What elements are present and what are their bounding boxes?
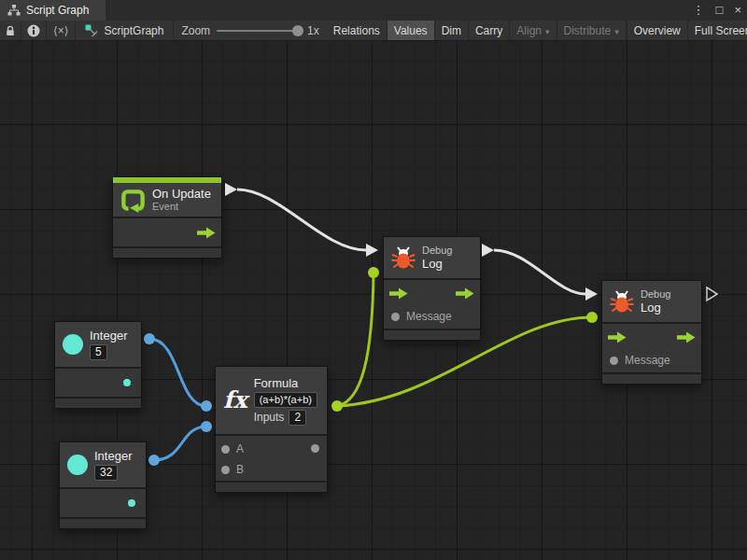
toolbar-button-fullscreen[interactable]: Full Screen [688,21,747,40]
node-debug-log-2[interactable]: Debug Log Message [601,280,702,385]
close-icon[interactable]: × [734,0,741,21]
tab-title: Script Graph [26,4,89,17]
node-title: Formula [254,376,317,390]
button-label: Distribute [564,24,612,37]
bug-icon [610,290,634,313]
kebab-menu-icon[interactable]: ⋮ [693,0,705,21]
inputs-value-field[interactable]: 2 [289,410,306,426]
port-label: Message [406,310,452,323]
node-footer [384,330,480,340]
loop-icon [120,188,146,213]
button-label: Align [516,24,542,37]
bug-icon [391,246,416,269]
lock-icon [6,24,15,37]
flow-input-port[interactable] [608,331,627,343]
wire-endpoint [201,421,212,432]
toolbar-button-align[interactable]: Align ▾ [510,21,557,40]
graph-toolbar: ⟨×⟩ ScriptGraph Zoom 1x Relations Values… [0,21,747,41]
lock-button[interactable] [0,21,21,40]
tab-script-graph[interactable]: Script Graph [0,0,106,21]
node-footer [216,483,327,492]
chevron-down-icon: ▾ [545,27,550,36]
zoom-slider-handle[interactable] [292,25,303,36]
node-title: On Update [152,187,211,201]
info-icon [27,24,40,37]
formula-expression-field[interactable]: (a+b)*(a+b) [254,392,317,408]
script-graph-icon [85,24,98,37]
graph-tab-icon [7,5,21,16]
integer-icon [63,334,83,355]
port-label: B [236,463,244,476]
zoom-control: Zoom 1x [174,21,326,40]
wire-endpoint [586,312,598,323]
breadcrumb[interactable]: ScriptGraph [76,21,174,40]
wire-endpoint [148,455,160,466]
value-output-port[interactable] [128,499,135,507]
toolbar-button-dim[interactable]: Dim [435,21,469,40]
value-input-port-b[interactable] [221,466,230,474]
code-view-button[interactable]: ⟨×⟩ [47,21,76,40]
button-label: Values [394,24,428,37]
info-button[interactable] [21,21,47,40]
integer-icon [67,455,88,475]
fx-icon: fx [223,388,247,413]
toolbar-button-carry[interactable]: Carry [469,21,510,40]
flow-output-port[interactable] [677,331,696,343]
node-subtitle: Event [152,201,211,213]
node-footer [602,374,701,384]
breadcrumb-label: ScriptGraph [104,24,163,37]
node-category: Debug [422,245,452,257]
node-formula[interactable]: fx Formula (a+b)*(a+b) Inputs 2 A B [215,366,328,493]
node-integer-5[interactable]: Integer 5 [54,321,142,409]
zoom-slider[interactable] [217,30,301,32]
maximize-icon[interactable]: □ [716,0,724,21]
node-title: Integer [94,449,132,463]
integer-value-field[interactable]: 32 [94,465,118,481]
port-label: Message [625,354,670,367]
flow-output-port[interactable] [197,227,216,239]
button-label: Relations [333,24,380,37]
node-title: Integer [90,329,127,343]
wire-endpoint [368,267,379,278]
toolbar-button-relations[interactable]: Relations [327,21,388,40]
node-footer [113,248,221,258]
node-debug-log-1[interactable]: Debug Log Message [383,236,481,341]
button-label: Carry [475,24,502,37]
toolbar-button-distribute[interactable]: Distribute ▾ [557,21,627,40]
inputs-label: Inputs [254,411,285,424]
code-toggle-icon: ⟨×⟩ [53,24,68,37]
toolbar-button-overview[interactable]: Overview [627,21,688,40]
zoom-label: Zoom [181,24,210,37]
flow-output-port[interactable] [456,287,474,300]
node-footer [60,519,146,528]
button-label: Overview [634,24,681,37]
value-output-port[interactable] [311,444,319,453]
toolbar-button-values[interactable]: Values [388,21,435,40]
value-input-port[interactable] [610,357,618,365]
node-footer [55,399,141,408]
node-title: Log [641,301,670,315]
button-label: Full Screen [695,24,747,37]
node-title: Log [422,257,452,271]
window-titlebar: Script Graph ⋮ □ × [0,0,747,21]
wire-endpoint [201,400,212,412]
node-category: Debug [641,288,670,301]
value-output-port[interactable] [123,379,131,386]
node-integer-32[interactable]: Integer 32 [59,441,147,529]
wire-endpoint [144,333,155,344]
integer-value-field[interactable]: 5 [90,344,107,360]
value-input-port-a[interactable] [221,445,230,454]
zoom-value: 1x [307,24,319,37]
chevron-down-icon: ▾ [614,27,619,36]
flow-input-port[interactable] [389,287,408,300]
button-label: Dim [442,24,461,37]
node-on-update[interactable]: On Update Event [112,176,222,259]
port-label: A [236,442,244,455]
wire-endpoint [331,400,343,412]
value-input-port[interactable] [391,313,400,321]
